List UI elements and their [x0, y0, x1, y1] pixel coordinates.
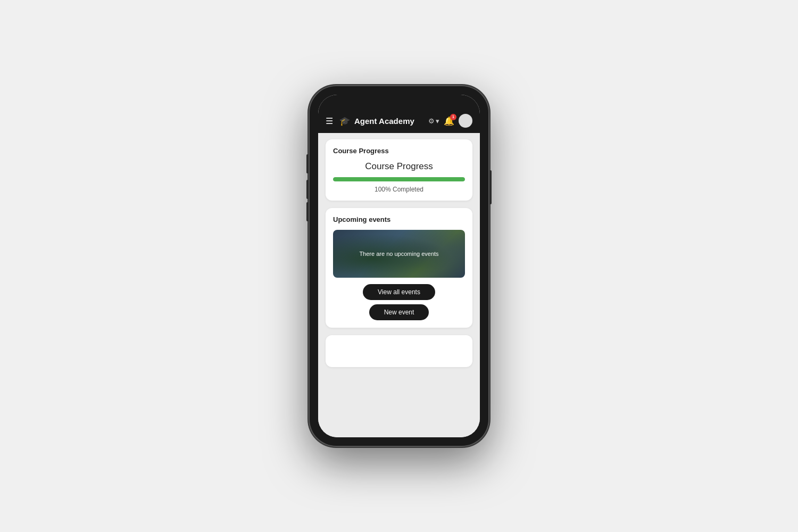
upcoming-events-card: Upcoming events There are no upcoming ev…: [326, 208, 472, 328]
bottom-empty-card: [326, 335, 472, 367]
view-all-events-button[interactable]: View all events: [363, 284, 435, 300]
notifications-button[interactable]: 🔔 1: [444, 116, 454, 126]
events-image: There are no upcoming events: [333, 230, 465, 278]
progress-percent-label: 100% Completed: [333, 186, 465, 193]
hamburger-icon[interactable]: ☰: [326, 116, 333, 126]
progress-bar-track: [333, 177, 465, 181]
new-event-button[interactable]: New event: [369, 304, 429, 320]
user-avatar[interactable]: [459, 114, 472, 128]
upcoming-events-card-title: Upcoming events: [333, 215, 465, 223]
app-logo-icon: 🎓: [339, 116, 350, 126]
course-progress-card: Course Progress Course Progress 100% Com…: [326, 139, 472, 201]
gear-icon: ⚙: [428, 117, 435, 125]
phone-screen: ☰ 🎓 Agent Academy ⚙ ▾ 🔔 1 Course Progres…: [318, 95, 480, 437]
phone-notch: [364, 95, 434, 110]
no-events-message: There are no upcoming events: [359, 251, 438, 257]
phone-device: ☰ 🎓 Agent Academy ⚙ ▾ 🔔 1 Course Progres…: [309, 85, 489, 447]
chevron-down-icon: ▾: [436, 117, 439, 125]
app-title: Agent Academy: [354, 117, 424, 126]
notification-badge: 1: [450, 114, 456, 120]
course-progress-card-title: Course Progress: [333, 147, 465, 155]
settings-button[interactable]: ⚙ ▾: [428, 117, 439, 125]
screen-content: Course Progress Course Progress 100% Com…: [318, 133, 480, 437]
course-progress-heading: Course Progress: [333, 161, 465, 172]
progress-bar-fill: [333, 177, 465, 181]
events-buttons-group: View all events New event: [333, 284, 465, 320]
